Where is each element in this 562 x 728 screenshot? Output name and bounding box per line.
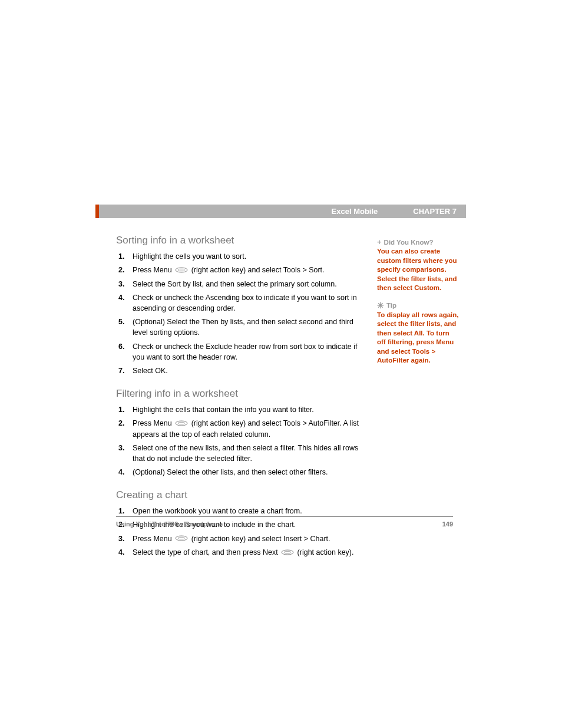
header-bar: Excel Mobile CHAPTER 7	[95, 205, 466, 218]
list-item: Select the Sort by list, and then select…	[116, 279, 361, 289]
svg-point-0	[176, 268, 187, 272]
svg-point-2	[176, 421, 187, 426]
list-item: Press Menu (right action key) and select…	[116, 265, 361, 276]
softkey-icon	[281, 548, 294, 558]
list-item: Select one of the new lists, and then se…	[116, 443, 361, 464]
section-title-chart: Creating a chart	[116, 489, 361, 501]
list-item: Highlight the cells that contain the inf…	[116, 404, 361, 415]
softkey-icon	[175, 533, 188, 544]
list-item: Check or uncheck the Exclude header row …	[116, 341, 361, 363]
asterisk-icon: ✳	[377, 301, 384, 309]
sidebar-body: You can also create custom filters where…	[377, 247, 459, 293]
sidebar: + Did You Know? You can also create cust…	[377, 238, 459, 374]
sidebar-body: To display all rows again, select the fi…	[377, 311, 459, 365]
svg-rect-3	[178, 422, 184, 424]
svg-rect-1	[178, 269, 184, 271]
footer: Using Your Treo 700w Smartphone 149	[116, 516, 453, 528]
list-item: Highlight the cells you want to sort.	[116, 251, 361, 262]
list-item: Select the type of chart, and then press…	[116, 547, 361, 558]
steps-filtering: Highlight the cells that contain the inf…	[116, 404, 361, 477]
page: Excel Mobile CHAPTER 7 Sorting info in a…	[0, 0, 562, 728]
sidebar-heading: + Did You Know?	[377, 238, 459, 246]
list-item: Select OK.	[116, 365, 361, 376]
steps-sorting: Highlight the cells you want to sort. Pr…	[116, 251, 361, 376]
softkey-icon	[175, 419, 188, 429]
plus-icon: +	[377, 238, 382, 246]
list-item: Open the workbook you want to create a c…	[116, 506, 361, 516]
section-title-filtering: Filtering info in a worksheet	[116, 388, 361, 400]
sidebar-heading: ✳ Tip	[377, 301, 459, 309]
page-number: 149	[442, 521, 453, 528]
list-item: (Optional) Select the other lists, and t…	[116, 467, 361, 477]
list-item: Press Menu (right action key) and select…	[116, 533, 361, 545]
header-section: Excel Mobile	[332, 207, 378, 216]
list-item: Check or uncheck the Ascending box to in…	[116, 292, 361, 314]
steps-chart: Open the workbook you want to create a c…	[116, 506, 361, 558]
svg-point-6	[282, 550, 293, 555]
softkey-icon	[175, 265, 188, 276]
sidebar-tip: ✳ Tip To display all rows again, select …	[377, 301, 459, 365]
svg-rect-7	[285, 551, 290, 553]
header-chapter: CHAPTER 7	[413, 207, 457, 216]
list-item: Press Menu (right action key) and select…	[116, 418, 361, 440]
svg-point-4	[176, 536, 187, 541]
footer-title: Using Your Treo 700w Smartphone	[116, 521, 223, 528]
sidebar-did-you-know: + Did You Know? You can also create cust…	[377, 238, 459, 293]
section-title-sorting: Sorting info in a worksheet	[116, 235, 361, 246]
list-item: (Optional) Select the Then by lists, and…	[116, 317, 361, 338]
svg-rect-5	[178, 537, 184, 539]
